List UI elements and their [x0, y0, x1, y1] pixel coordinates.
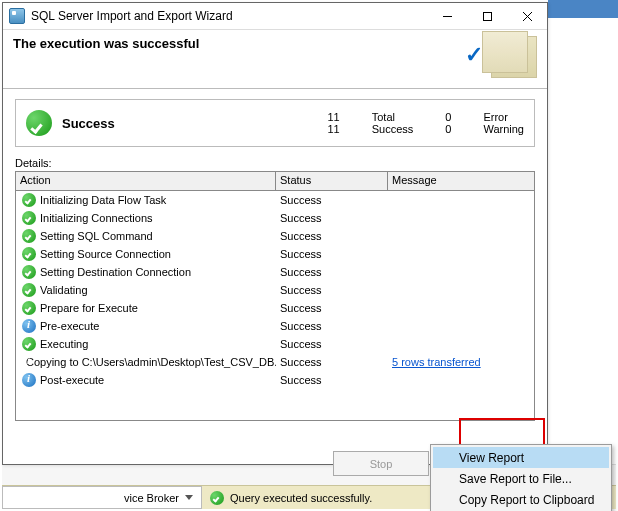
- statusbar-pane2-text: Query executed successfully.: [230, 492, 372, 504]
- maximize-button[interactable]: [467, 3, 507, 29]
- cell-message: 5 rows transferred: [388, 356, 534, 368]
- stat-success-n: 11: [327, 123, 339, 135]
- report-menu: View ReportSave Report to File...Copy Re…: [430, 444, 612, 511]
- table-row[interactable]: Post-executeSuccess: [16, 371, 534, 389]
- menu-item[interactable]: Save Report to File...: [433, 468, 609, 489]
- table-row[interactable]: ValidatingSuccess: [16, 281, 534, 299]
- minimize-button[interactable]: [427, 3, 467, 29]
- table-row[interactable]: Initializing ConnectionsSuccess: [16, 209, 534, 227]
- cell-action: Executing: [40, 338, 88, 350]
- summary-label: Success: [62, 116, 327, 131]
- message-link[interactable]: 5 rows transferred: [392, 356, 481, 368]
- cell-status: Success: [276, 338, 388, 350]
- success-icon: [26, 110, 52, 136]
- header-graphic-icon: [491, 36, 537, 78]
- checkmark-icon: ✓: [465, 42, 483, 68]
- success-icon: [22, 193, 36, 207]
- close-button[interactable]: [507, 3, 547, 29]
- cell-action: Validating: [40, 284, 88, 296]
- success-icon: [22, 211, 36, 225]
- success-icon: [22, 283, 36, 297]
- success-icon: [210, 491, 224, 505]
- summary-stats: 11 Total 0 Error 11 Success 0 Warning: [327, 111, 524, 135]
- grid-header: Action Status Message: [16, 172, 534, 191]
- success-icon: [22, 265, 36, 279]
- info-icon: [22, 373, 36, 387]
- cell-status: Success: [276, 302, 388, 314]
- stat-warning-l: Warning: [483, 123, 524, 135]
- cell-action: Copying to C:\Users\admin\Desktop\Test_C…: [26, 356, 276, 368]
- background-panel-right: [548, 0, 618, 511]
- cell-status: Success: [276, 212, 388, 224]
- table-row[interactable]: Initializing Data Flow TaskSuccess: [16, 191, 534, 209]
- stat-warning-n: 0: [445, 123, 451, 135]
- success-icon: [22, 337, 36, 351]
- stat-total-l: Total: [372, 111, 414, 123]
- stat-total-n: 11: [327, 111, 339, 123]
- info-icon: [22, 319, 36, 333]
- stat-success-l: Success: [372, 123, 414, 135]
- cell-action: Initializing Connections: [40, 212, 153, 224]
- app-icon: [9, 8, 25, 24]
- menu-item[interactable]: Copy Report to Clipboard: [433, 489, 609, 510]
- cell-action: Setting Source Connection: [40, 248, 171, 260]
- cell-action: Setting Destination Connection: [40, 266, 191, 278]
- cell-action: Initializing Data Flow Task: [40, 194, 166, 206]
- table-row[interactable]: Setting Destination ConnectionSuccess: [16, 263, 534, 281]
- cell-action: Post-execute: [40, 374, 104, 386]
- table-row[interactable]: ExecutingSuccess: [16, 335, 534, 353]
- cell-status: Success: [276, 248, 388, 260]
- menu-item[interactable]: View Report: [433, 447, 609, 468]
- stat-error-n: 0: [445, 111, 451, 123]
- details-label: Details:: [15, 157, 535, 169]
- window-title: SQL Server Import and Export Wizard: [31, 9, 427, 23]
- success-icon: [22, 247, 36, 261]
- stop-label: Stop: [370, 458, 393, 470]
- svg-rect-1: [483, 12, 491, 20]
- stop-button: Stop: [333, 451, 429, 476]
- wizard-header: The execution was successful ✓: [3, 30, 547, 89]
- cell-status: Success: [276, 230, 388, 242]
- table-row[interactable]: Setting SQL CommandSuccess: [16, 227, 534, 245]
- cell-action: Pre-execute: [40, 320, 99, 332]
- background-bluestrip: [548, 0, 618, 18]
- page-title: The execution was successful: [13, 36, 537, 51]
- cell-action: Setting SQL Command: [40, 230, 153, 242]
- details-grid: Action Status Message Initializing Data …: [15, 171, 535, 421]
- table-row[interactable]: Copying to C:\Users\admin\Desktop\Test_C…: [16, 353, 534, 371]
- statusbar-pane1[interactable]: vice Broker: [2, 486, 202, 509]
- col-action[interactable]: Action: [16, 172, 276, 190]
- table-row[interactable]: Setting Source ConnectionSuccess: [16, 245, 534, 263]
- table-row[interactable]: Prepare for ExecuteSuccess: [16, 299, 534, 317]
- success-icon: [22, 301, 36, 315]
- cell-status: Success: [276, 374, 388, 386]
- success-icon: [22, 229, 36, 243]
- cell-status: Success: [276, 266, 388, 278]
- wizard-window: SQL Server Import and Export Wizard The …: [2, 2, 548, 465]
- col-message[interactable]: Message: [388, 172, 534, 190]
- chevron-down-icon: [185, 495, 193, 500]
- col-status[interactable]: Status: [276, 172, 388, 190]
- cell-status: Success: [276, 320, 388, 332]
- cell-status: Success: [276, 356, 388, 368]
- table-row[interactable]: Pre-executeSuccess: [16, 317, 534, 335]
- stat-error-l: Error: [483, 111, 524, 123]
- cell-action: Prepare for Execute: [40, 302, 138, 314]
- cell-status: Success: [276, 284, 388, 296]
- titlebar: SQL Server Import and Export Wizard: [3, 3, 547, 30]
- cell-status: Success: [276, 194, 388, 206]
- statusbar-pane1-text: vice Broker: [124, 492, 179, 504]
- summary-panel: Success 11 Total 0 Error 11 Success 0 Wa…: [15, 99, 535, 147]
